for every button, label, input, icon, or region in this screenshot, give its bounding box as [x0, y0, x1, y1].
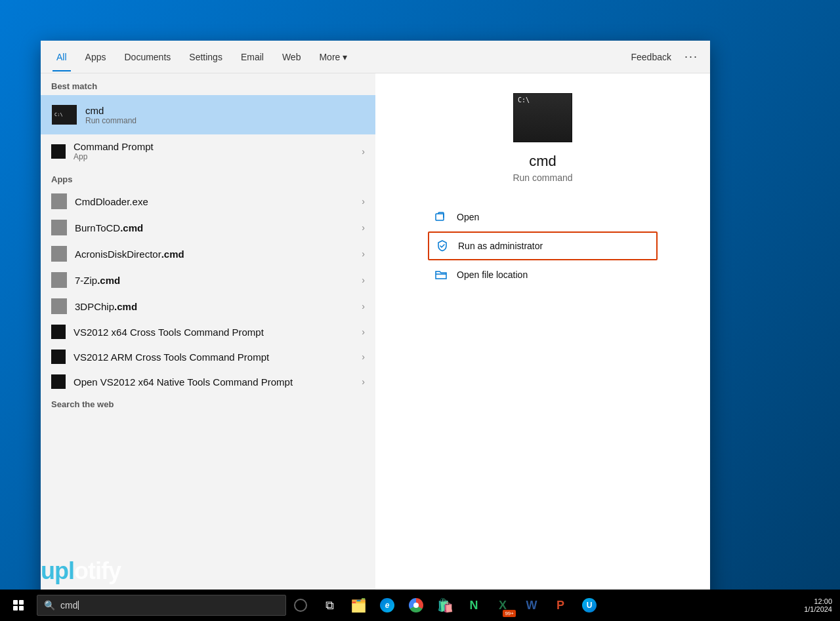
list-item-3dpchip[interactable]: 3DPChip.cmd ›	[41, 293, 375, 319]
action-open-file-location-label: Open file location	[457, 270, 528, 280]
search-cursor	[78, 601, 79, 610]
list-item-vs2012-native[interactable]: Open VS2012 x64 Native Tools Command Pro…	[41, 369, 375, 394]
vs2012-arm-icon	[51, 350, 66, 364]
action-open[interactable]: Open	[428, 203, 658, 231]
open-icon	[433, 209, 449, 225]
burntocd-name: BurnToCD.cmd	[75, 222, 362, 233]
vs2012-x64-icon	[51, 325, 66, 339]
watermark: uplotify	[41, 557, 121, 585]
7zip-name: 7-Zip.cmd	[75, 275, 362, 286]
burntocd-text: BurnToCD.cmd	[75, 222, 362, 233]
excel-badge: 99+	[503, 610, 516, 617]
left-panel: Best match cmd Run command Command Promp…	[41, 73, 375, 611]
shield-icon	[434, 238, 450, 254]
chevron-down-icon: ▾	[343, 52, 347, 62]
file-explorer-button[interactable]: 🗂️	[344, 591, 373, 620]
action-run-as-admin[interactable]: Run as administrator	[428, 231, 658, 260]
taskbar-search-bar[interactable]: 🔍 cmd	[37, 595, 286, 616]
more-options-button[interactable]: ···	[679, 45, 704, 69]
search-web-label: Search the web	[41, 394, 375, 414]
list-item-7zip[interactable]: 7-Zip.cmd ›	[41, 267, 375, 293]
cmd-icon-image	[52, 105, 77, 125]
powerpoint-icon: P	[556, 599, 564, 612]
feedback-button[interactable]: Feedback	[623, 47, 679, 68]
chevron-right-icon: ›	[362, 301, 365, 311]
list-item-acronis[interactable]: AcronisDiskDirector.cmd ›	[41, 241, 375, 267]
tab-settings[interactable]: Settings	[180, 43, 232, 71]
chevron-right-icon: ›	[362, 196, 365, 207]
store-icon: 🛍️	[437, 597, 453, 613]
task-view-button[interactable]: ⧉	[315, 591, 344, 620]
tab-email[interactable]: Email	[232, 43, 273, 71]
tab-apps[interactable]: Apps	[76, 43, 116, 71]
file-explorer-icon: 🗂️	[350, 597, 367, 613]
tab-more[interactable]: More ▾	[310, 43, 356, 71]
svg-rect-0	[436, 214, 444, 220]
vs2012-arm-name: VS2012 ARM Cross Tools Command Prompt	[74, 351, 362, 363]
chevron-right-icon: ›	[362, 327, 365, 337]
chevron-right-icon: ›	[362, 275, 365, 285]
cortana-icon	[294, 599, 307, 612]
list-item-cmddloader[interactable]: CmdDloader.exe ›	[41, 188, 375, 214]
action-open-file-location[interactable]: Open file location	[428, 260, 658, 289]
best-match-text: cmd Run command	[85, 105, 365, 125]
circle-app-button[interactable]: U	[575, 591, 604, 620]
chevron-right-icon: ›	[362, 249, 365, 259]
tab-documents[interactable]: Documents	[115, 43, 180, 71]
vs2012-x64-text: VS2012 x64 Cross Tools Command Prompt	[74, 327, 362, 338]
chrome-button[interactable]	[402, 591, 430, 620]
list-item-burntocd[interactable]: BurnToCD.cmd ›	[41, 214, 375, 241]
cmd-icon	[51, 102, 77, 128]
tab-all[interactable]: All	[47, 43, 76, 71]
3dpchip-text: 3DPChip.cmd	[75, 301, 362, 312]
taskbar: 🔍 cmd ⧉ 🗂️ e 🛍️ N	[0, 590, 840, 621]
command-prompt-icon	[51, 144, 66, 159]
excel-button[interactable]: X 99+	[488, 591, 517, 620]
best-match-item-cmd[interactable]: cmd Run command	[41, 95, 375, 134]
search-icon: 🔍	[44, 600, 55, 611]
chevron-right-icon: ›	[362, 222, 365, 233]
chevron-right-icon: ›	[362, 146, 365, 157]
chrome-icon	[409, 598, 423, 612]
list-item-command-prompt[interactable]: Command Prompt App ›	[41, 136, 375, 167]
desktop: All Apps Documents Settings Email Web Mo…	[0, 0, 840, 621]
acronis-icon	[51, 246, 67, 262]
notepad-button[interactable]: N	[459, 591, 488, 620]
apps-label: Apps	[41, 167, 375, 188]
7zip-icon	[51, 272, 67, 288]
acronis-text: AcronisDiskDirector.cmd	[75, 249, 362, 260]
vs2012-arm-text: VS2012 ARM Cross Tools Command Prompt	[74, 351, 362, 363]
task-view-icon: ⧉	[326, 599, 334, 612]
word-icon: W	[526, 599, 537, 612]
detail-sub: Run command	[513, 172, 572, 183]
main-content: Best match cmd Run command Command Promp…	[41, 73, 710, 611]
tab-web[interactable]: Web	[273, 43, 310, 71]
detail-cmd-icon	[513, 93, 572, 142]
tabs-bar: All Apps Documents Settings Email Web Mo…	[41, 41, 710, 73]
best-match-name: cmd	[85, 105, 365, 116]
windows-logo-icon	[13, 600, 24, 611]
3dpchip-name: 3DPChip.cmd	[75, 301, 362, 312]
7zip-text: 7-Zip.cmd	[75, 275, 362, 286]
chevron-right-icon: ›	[362, 376, 365, 387]
list-item-vs2012-arm[interactable]: VS2012 ARM Cross Tools Command Prompt ›	[41, 344, 375, 369]
3dpchip-icon	[51, 298, 67, 314]
vs2012-native-icon	[51, 374, 66, 389]
circle-icon: U	[582, 598, 597, 612]
list-item-vs2012-x64[interactable]: VS2012 x64 Cross Tools Command Prompt ›	[41, 319, 375, 344]
cortana-button[interactable]	[286, 591, 315, 620]
powerpoint-button[interactable]: P	[546, 591, 575, 620]
cmddloader-icon	[51, 193, 67, 209]
best-match-sub: Run command	[85, 116, 365, 125]
command-prompt-sub: App	[74, 152, 362, 161]
edge-button[interactable]: e	[373, 591, 402, 620]
store-button[interactable]: 🛍️	[430, 591, 459, 620]
chevron-right-icon: ›	[362, 351, 365, 362]
edge-icon: e	[380, 598, 394, 612]
word-button[interactable]: W	[517, 591, 546, 620]
vs2012-x64-name: VS2012 x64 Cross Tools Command Prompt	[74, 327, 362, 338]
start-button[interactable]	[3, 590, 34, 621]
cmddloader-name: CmdDloader.exe	[75, 196, 362, 207]
acronis-name: AcronisDiskDirector.cmd	[75, 249, 362, 260]
search-panel: All Apps Documents Settings Email Web Mo…	[41, 41, 710, 611]
